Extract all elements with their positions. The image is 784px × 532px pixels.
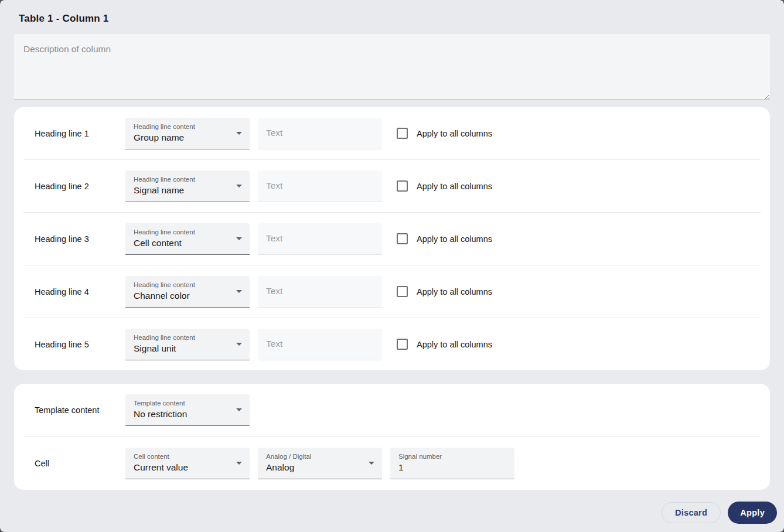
template-content-select[interactable]: Template content No restriction: [125, 394, 250, 426]
heading-text-input[interactable]: [258, 170, 382, 202]
select-label: Heading line content: [134, 333, 232, 342]
heading-content-select[interactable]: Heading line content Channel color: [125, 276, 250, 308]
heading-text-input[interactable]: [258, 329, 382, 360]
template-cell-card: Template content Template content No res…: [14, 384, 770, 490]
heading-row-3: Heading line 3 Heading line content Cell…: [14, 213, 770, 265]
chevron-down-icon: [236, 290, 242, 293]
apply-all-checkbox[interactable]: [397, 180, 408, 192]
apply-all-checkbox[interactable]: [397, 339, 408, 350]
page-title: Table 1 - Column 1: [0, 0, 784, 34]
select-value: Current value: [134, 462, 232, 473]
apply-all-checkbox-group[interactable]: Apply to all columns: [397, 128, 492, 139]
apply-all-checkbox-group[interactable]: Apply to all columns: [397, 180, 492, 192]
heading-text-input[interactable]: [258, 276, 382, 308]
chevron-down-icon: [236, 132, 242, 135]
heading-text-input[interactable]: [258, 223, 382, 255]
apply-button[interactable]: Apply: [728, 502, 777, 524]
heading-text-input[interactable]: [258, 118, 382, 149]
select-label: Cell content: [134, 452, 232, 461]
select-value: Group name: [134, 132, 232, 143]
column-settings-dialog: Table 1 - Column 1 Heading line 1 Headin…: [0, 0, 784, 532]
row-label: Cell: [35, 459, 125, 468]
heading-row-2: Heading line 2 Heading line content Sign…: [14, 160, 770, 212]
select-value: Analog: [266, 462, 364, 473]
apply-all-checkbox-group[interactable]: Apply to all columns: [397, 233, 492, 244]
signal-number-field[interactable]: Signal number: [390, 448, 514, 479]
row-label: Template content: [35, 405, 125, 415]
select-value: Signal name: [134, 185, 232, 196]
heading-content-select[interactable]: Heading line content Signal name: [125, 170, 250, 202]
dialog-footer: Discard Apply: [0, 490, 784, 532]
chevron-down-icon: [236, 408, 242, 411]
row-label: Heading line 2: [35, 182, 125, 191]
select-label: Heading line content: [134, 281, 232, 289]
select-label: Analog / Digital: [266, 452, 364, 461]
chevron-down-icon: [369, 462, 374, 465]
checkbox-label: Apply to all columns: [417, 129, 492, 138]
apply-all-checkbox[interactable]: [397, 233, 408, 244]
checkbox-label: Apply to all columns: [417, 340, 492, 349]
chevron-down-icon: [236, 237, 242, 240]
apply-all-checkbox-group[interactable]: Apply to all columns: [397, 286, 492, 297]
heading-row-1: Heading line 1 Heading line content Grou…: [14, 107, 770, 159]
analog-digital-select[interactable]: Analog / Digital Analog: [258, 448, 382, 479]
select-value: Cell content: [134, 238, 232, 248]
cell-row: Cell Cell content Current value Analog /…: [14, 437, 770, 490]
heading-content-select[interactable]: Heading line content Group name: [125, 118, 250, 149]
row-label: Heading line 3: [35, 234, 125, 244]
heading-row-4: Heading line 4 Heading line content Chan…: [14, 265, 770, 318]
select-value: Signal unit: [134, 343, 232, 354]
apply-all-checkbox[interactable]: [397, 128, 408, 139]
row-label: Heading line 1: [35, 129, 125, 138]
apply-all-checkbox[interactable]: [397, 286, 408, 297]
template-content-row: Template content Template content No res…: [14, 384, 770, 436]
field-label: Signal number: [398, 452, 506, 461]
heading-lines-card: Heading line 1 Heading line content Grou…: [14, 107, 770, 370]
checkbox-label: Apply to all columns: [417, 182, 492, 191]
select-value: No restriction: [134, 409, 232, 420]
select-label: Heading line content: [134, 175, 232, 183]
select-label: Heading line content: [134, 122, 232, 131]
description-textarea[interactable]: [14, 34, 770, 100]
row-label: Heading line 5: [35, 340, 125, 349]
heading-content-select[interactable]: Heading line content Signal unit: [125, 329, 250, 360]
chevron-down-icon: [236, 185, 242, 187]
checkbox-label: Apply to all columns: [417, 234, 492, 244]
select-label: Heading line content: [134, 228, 232, 236]
signal-number-input[interactable]: [398, 462, 506, 473]
heading-content-select[interactable]: Heading line content Cell content: [125, 223, 250, 255]
discard-button[interactable]: Discard: [662, 502, 721, 523]
select-label: Template content: [134, 399, 232, 407]
heading-row-5: Heading line 5 Heading line content Sign…: [14, 318, 770, 370]
cell-content-select[interactable]: Cell content Current value: [125, 448, 250, 479]
checkbox-label: Apply to all columns: [417, 287, 492, 296]
chevron-down-icon: [236, 462, 242, 465]
apply-all-checkbox-group[interactable]: Apply to all columns: [397, 339, 492, 350]
select-value: Channel color: [134, 291, 232, 301]
chevron-down-icon: [236, 343, 242, 346]
row-label: Heading line 4: [35, 287, 125, 296]
